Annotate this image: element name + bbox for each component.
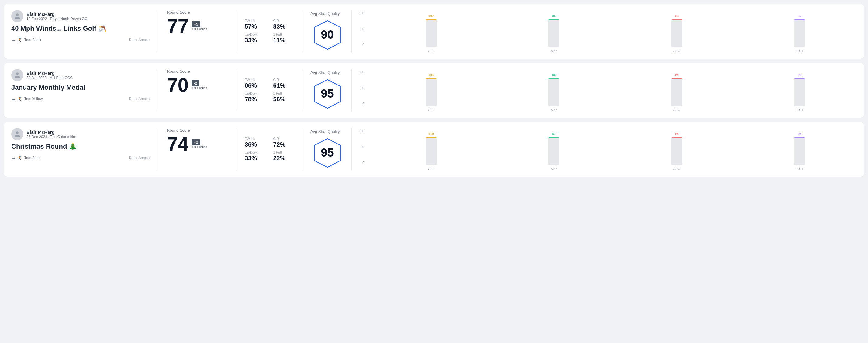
tee-info: ☁ 🏌 Tee: Blue: [11, 155, 39, 160]
updown-stat: Up/Down 33%: [245, 33, 266, 44]
stats-grid: FW Hit 57% GIR 83% Up/Down 33% 1 Putt 11…: [245, 19, 294, 44]
gir-value: 72%: [273, 141, 294, 148]
score-section: Round Score 70 -2 18 Holes: [157, 69, 236, 112]
user-info: Blair McHarg 27 Dec 2021 · The Oxfordshi…: [26, 129, 76, 139]
fw-hit-stat: FW Hit 36%: [245, 137, 266, 148]
avatar: [11, 128, 23, 140]
fw-hit-value: 86%: [245, 82, 266, 89]
updown-value: 33%: [245, 155, 266, 162]
tee-label: Tee: Black: [24, 38, 41, 42]
bar-wrapper: [426, 20, 437, 47]
user-icon: [14, 131, 21, 137]
bar-fill: [671, 148, 682, 165]
bar-wrapper: [794, 79, 805, 106]
updown-stat: Up/Down 78%: [245, 92, 266, 103]
oneputt-value: 22%: [273, 155, 294, 162]
fw-hit-stat: FW Hit 86%: [245, 78, 266, 89]
gir-stat: GIR 83%: [273, 19, 294, 30]
bar-group-putt: 82 PUTT: [742, 14, 857, 53]
score-row: 70 -2 18 Holes: [167, 75, 226, 95]
bar-indicator: [426, 79, 437, 80]
user-row: Blair McHarg 29 Jan 2022 · Mill Ride GCC: [11, 69, 150, 81]
oneputt-stat: 1 Putt 22%: [273, 151, 294, 162]
quality-label: Avg Shot Quality: [310, 70, 340, 75]
bar-value: 95: [552, 14, 556, 18]
oneputt-value: 56%: [273, 96, 294, 103]
bar-label: PUTT: [796, 49, 804, 53]
bar-indicator: [426, 137, 437, 138]
weather-icon: ☁: [11, 96, 16, 101]
bar-indicator: [426, 20, 437, 20]
round-title: January Monthly Medal: [11, 84, 150, 92]
gir-value: 61%: [273, 82, 294, 89]
bag-icon: 🏌: [17, 155, 23, 160]
bar-label: OTT: [428, 49, 434, 53]
bar-indicator: [549, 137, 559, 138]
y-axis-labels: 100 50 0: [359, 70, 364, 105]
hexagon-container: 95: [311, 77, 344, 111]
fw-hit-label: FW Hit: [245, 78, 266, 82]
bar-group-ott: 107 OTT: [374, 14, 488, 53]
user-date: 12 Feb 2022 · Royal North Devon GC: [26, 17, 87, 21]
data-source: Data: Arccos: [129, 38, 150, 42]
bar-group-arg: 96 ARG: [620, 73, 734, 112]
fw-hit-stat: FW Hit 57%: [245, 19, 266, 30]
bar-wrapper: [426, 79, 437, 106]
footer-row: ☁ 🏌 Tee: Black Data: Arccos: [11, 37, 150, 42]
bar-group-ott: 110 OTT: [374, 132, 488, 170]
user-icon: [14, 13, 21, 20]
round-title: 40 Mph Winds... Links Golf 🪃: [11, 25, 150, 33]
y-axis-labels: 100 50 0: [359, 129, 364, 164]
bar-fill: [426, 27, 437, 47]
bar-group-app: 87 APP: [497, 132, 611, 170]
bar-value: 95: [675, 132, 679, 136]
round-score-label: Round Score: [167, 10, 226, 14]
bar-wrapper: [671, 79, 682, 106]
score-badge: +2: [191, 139, 200, 145]
bar-wrapper: [549, 20, 559, 47]
bar-value: 107: [428, 14, 434, 18]
data-source: Data: Arccos: [129, 97, 150, 101]
left-section: Blair McHarg 12 Feb 2022 · Royal North D…: [11, 10, 157, 53]
data-source: Data: Arccos: [129, 156, 150, 160]
user-name: Blair McHarg: [26, 129, 76, 135]
oneputt-value: 11%: [273, 37, 294, 44]
bar-chart: 100 50 0 107 OTT 95 APP 98 ARG: [359, 10, 857, 53]
bar-group-putt: 93 PUTT: [742, 132, 857, 170]
gir-label: GIR: [273, 137, 294, 141]
holes-text: 18 Holes: [191, 27, 207, 31]
round-card-round2: Blair McHarg 29 Jan 2022 · Mill Ride GCC…: [4, 63, 864, 118]
user-icon: [14, 72, 21, 79]
bar-fill: [426, 87, 437, 106]
footer-row: ☁ 🏌 Tee: Blue Data: Arccos: [11, 155, 150, 160]
bar-label: APP: [551, 49, 557, 53]
score-number: 70: [167, 75, 188, 95]
bar-group-app: 95 APP: [497, 14, 611, 53]
chart-section: 100 50 0 101 OTT 86 APP 96 ARG: [352, 69, 857, 112]
bar-group-putt: 99 PUTT: [742, 73, 857, 112]
avatar: [11, 10, 23, 22]
updown-stat: Up/Down 33%: [245, 151, 266, 162]
fw-hit-value: 36%: [245, 141, 266, 148]
oneputt-label: 1 Putt: [273, 151, 294, 154]
updown-value: 33%: [245, 37, 266, 44]
bar-indicator: [671, 137, 682, 138]
score-number: 74: [167, 134, 188, 154]
bar-indicator: [671, 20, 682, 20]
fw-hit-value: 57%: [245, 23, 266, 30]
bar-fill: [794, 33, 805, 47]
bar-indicator: [794, 79, 805, 80]
stats-grid: FW Hit 86% GIR 61% Up/Down 78% 1 Putt 56…: [245, 78, 294, 103]
user-date: 29 Jan 2022 · Mill Ride GCC: [26, 76, 73, 80]
bar-indicator: [549, 20, 559, 20]
score-section: Round Score 74 +2 18 Holes: [157, 128, 236, 170]
score-badge: -2: [191, 80, 199, 86]
user-row: Blair McHarg 27 Dec 2021 · The Oxfordshi…: [11, 128, 150, 140]
weather-icon: ☁: [11, 155, 16, 160]
hexagon-container: 90: [311, 18, 344, 52]
bar-label: ARG: [674, 108, 680, 112]
score-badge: +5: [191, 21, 200, 27]
bar-wrapper: [549, 137, 559, 165]
avatar: [11, 69, 23, 81]
bar-group-ott: 101 OTT: [374, 73, 488, 112]
